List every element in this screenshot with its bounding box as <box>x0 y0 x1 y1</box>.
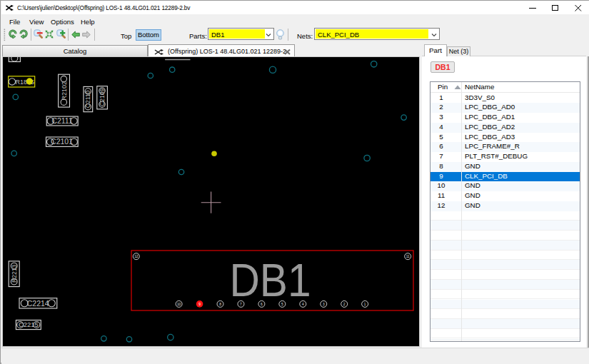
svg-text:C2111: C2111 <box>51 116 73 125</box>
svg-text:7: 7 <box>240 303 242 306</box>
svg-text:R2213: R2213 <box>11 265 18 283</box>
svg-text:9: 9 <box>198 303 201 306</box>
svg-text:C2110: C2110 <box>84 91 91 108</box>
svg-text:12: 12 <box>134 255 139 258</box>
svg-text:10: 10 <box>177 303 181 306</box>
svg-text:1: 1 <box>364 303 366 306</box>
svg-text:C2215: C2215 <box>19 320 39 328</box>
svg-text:C2214: C2214 <box>27 299 49 308</box>
svg-text:8: 8 <box>219 303 221 306</box>
svg-text:3: 3 <box>323 303 325 306</box>
svg-text:2: 2 <box>343 303 346 306</box>
svg-text:DB1: DB1 <box>230 255 311 306</box>
svg-text:C2109: C2109 <box>99 89 106 106</box>
svg-text:R2102: R2102 <box>61 81 68 101</box>
svg-text:4: 4 <box>302 303 304 306</box>
svg-text:11: 11 <box>406 255 410 258</box>
svg-text:5: 5 <box>281 303 283 306</box>
svg-text:6: 6 <box>261 303 263 306</box>
svg-text:C2101: C2101 <box>51 137 73 146</box>
